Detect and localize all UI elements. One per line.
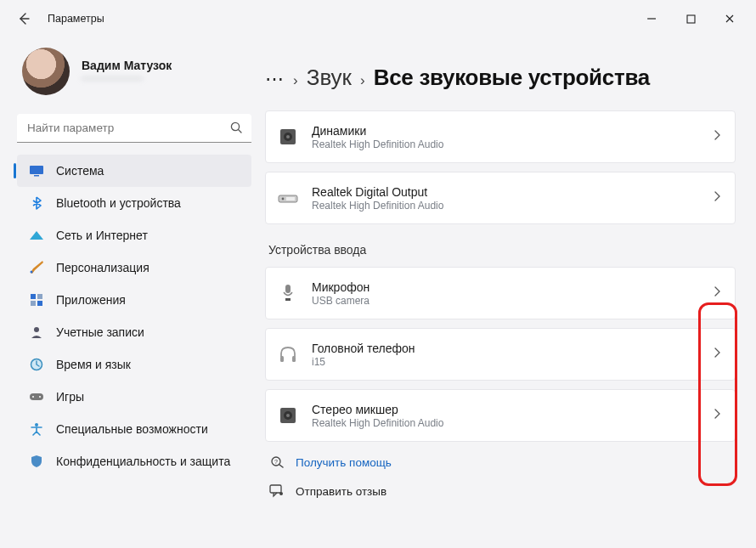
- svg-rect-30: [270, 485, 281, 493]
- device-sub: Realtek High Definition Audio: [312, 200, 713, 212]
- apps-icon: [29, 292, 44, 308]
- svg-rect-6: [37, 294, 42, 299]
- clock-icon: [29, 357, 44, 372]
- profile-name: Вадим Матузок: [82, 59, 172, 72]
- main-content: ⋯ › Звук › Все звуковые устройства Динам…: [263, 37, 756, 548]
- sidebar-item-privacy[interactable]: Конфиденциальность и защита: [17, 445, 251, 477]
- svg-point-4: [31, 271, 33, 274]
- headphones-icon: [276, 342, 300, 366]
- titlebar: Параметры: [0, 0, 756, 37]
- sidebar-item-personalization[interactable]: Персонализация: [17, 251, 251, 284]
- section-label-input: Устройства ввода: [268, 243, 736, 257]
- speaker-icon: [276, 125, 300, 149]
- bluetooth-icon: [29, 195, 44, 211]
- sidebar-item-accounts[interactable]: Учетные записи: [17, 316, 251, 348]
- sidebar-item-label: Персонализация: [56, 261, 150, 274]
- svg-rect-11: [30, 393, 43, 400]
- svg-point-19: [282, 198, 285, 201]
- device-sub: Realtek High Definition Audio: [312, 417, 713, 429]
- sidebar-item-bluetooth[interactable]: Bluetooth и устройства: [17, 187, 251, 219]
- svg-point-13: [39, 396, 41, 398]
- device-title: Realtek Digital Output: [312, 185, 713, 199]
- svg-rect-0: [687, 15, 695, 23]
- back-arrow-icon: [17, 12, 31, 25]
- sidebar-item-accessibility[interactable]: Специальные возможности: [17, 413, 251, 445]
- get-help-link[interactable]: ? Получить помощь: [265, 454, 736, 471]
- feedback-link[interactable]: Отправить отзыв: [265, 483, 736, 500]
- svg-rect-21: [285, 285, 291, 293]
- device-card-microphone[interactable]: Микрофон USB camera: [265, 267, 736, 319]
- svg-point-17: [286, 135, 290, 138]
- chevron-right-icon: [713, 190, 721, 206]
- svg-rect-2: [30, 166, 43, 174]
- sidebar-item-label: Сеть и Интернет: [56, 229, 148, 242]
- sidebar-item-system[interactable]: Система: [17, 155, 251, 187]
- back-button[interactable]: [12, 7, 36, 31]
- page-title: Все звуковые устройства: [374, 65, 650, 91]
- mixer-icon: [276, 404, 300, 427]
- search-input[interactable]: [17, 114, 251, 143]
- sidebar-item-label: Приложения: [56, 293, 126, 307]
- sidebar-item-label: Специальные возможности: [56, 422, 208, 436]
- device-title: Микрофон: [312, 280, 713, 294]
- chevron-right-icon: [713, 285, 721, 301]
- device-title: Головной телефон: [312, 342, 713, 355]
- sidebar-item-label: Конфиденциальность и защита: [56, 455, 230, 468]
- sidebar-item-label: Bluetooth и устройства: [56, 196, 181, 210]
- svg-rect-24: [292, 356, 296, 362]
- chevron-right-icon: ›: [293, 72, 298, 89]
- profile-email: ——————: [82, 72, 172, 84]
- svg-rect-3: [34, 175, 39, 177]
- sidebar-item-label: Время и язык: [56, 358, 131, 371]
- breadcrumb-parent[interactable]: Звук: [307, 65, 352, 91]
- chevron-right-icon: [713, 129, 721, 144]
- svg-point-31: [279, 492, 283, 495]
- svg-point-12: [32, 396, 34, 398]
- help-text: Получить помощь: [296, 456, 392, 469]
- sidebar-item-time[interactable]: Время и язык: [17, 348, 251, 381]
- sidebar: Вадим Матузок —————— Система Bluetooth и…: [0, 37, 263, 548]
- minimize-button[interactable]: [632, 5, 671, 32]
- shield-icon: [29, 454, 44, 469]
- settings-window: Параметры Вадим Матузок ——————: [0, 0, 756, 548]
- close-button[interactable]: [710, 5, 749, 32]
- svg-rect-8: [37, 301, 42, 306]
- sidebar-item-label: Система: [56, 164, 104, 178]
- brush-icon: [29, 260, 44, 275]
- device-sub: USB camera: [312, 295, 713, 307]
- receiver-icon: [276, 186, 300, 210]
- device-card-headset[interactable]: Головной телефон i15: [265, 328, 736, 381]
- svg-point-9: [34, 327, 39, 332]
- window-title: Параметры: [48, 13, 104, 25]
- sidebar-item-label: Учетные записи: [56, 325, 144, 339]
- help-icon: ?: [268, 454, 285, 471]
- monitor-icon: [29, 163, 44, 178]
- device-title: Динамики: [312, 124, 713, 138]
- breadcrumb-overflow[interactable]: ⋯: [265, 68, 285, 93]
- profile-block[interactable]: Вадим Матузок ——————: [14, 48, 263, 95]
- accessibility-icon: [29, 421, 44, 437]
- device-card-speakers[interactable]: Динамики Realtek High Definition Audio: [265, 110, 736, 163]
- device-card-digital-output[interactable]: Realtek Digital Output Realtek High Defi…: [265, 172, 736, 224]
- sidebar-item-apps[interactable]: Приложения: [17, 284, 251, 316]
- search-box[interactable]: [17, 114, 251, 143]
- device-sub: Realtek High Definition Audio: [312, 138, 713, 150]
- search-icon: [229, 121, 243, 138]
- sidebar-item-games[interactable]: Игры: [17, 381, 251, 413]
- svg-point-27: [286, 414, 290, 417]
- svg-rect-5: [31, 294, 36, 299]
- svg-text:?: ?: [274, 459, 278, 465]
- avatar: [22, 48, 70, 95]
- breadcrumb: ⋯ › Звук › Все звуковые устройства: [265, 65, 736, 93]
- chevron-right-icon: [713, 408, 721, 423]
- sidebar-item-network[interactable]: Сеть и Интернет: [17, 219, 251, 251]
- maximize-button[interactable]: [671, 5, 710, 32]
- sidebar-item-label: Игры: [56, 390, 84, 404]
- user-icon: [29, 325, 44, 340]
- device-card-stereo-mix[interactable]: Стерео микшер Realtek High Definition Au…: [265, 389, 736, 442]
- svg-rect-22: [285, 298, 291, 301]
- svg-point-14: [35, 423, 38, 427]
- gamepad-icon: [29, 389, 44, 404]
- svg-rect-7: [31, 301, 36, 306]
- device-title: Стерео микшер: [312, 403, 713, 416]
